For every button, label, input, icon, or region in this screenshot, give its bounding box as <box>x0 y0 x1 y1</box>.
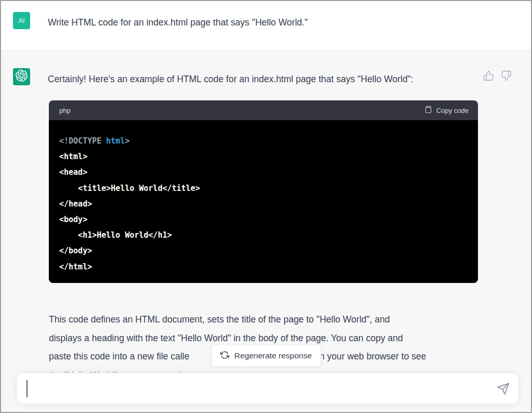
code-language-label: php <box>59 107 71 114</box>
thumbs-down-button[interactable] <box>501 70 512 81</box>
prompt-composer <box>17 373 518 404</box>
code-line: <body> <box>59 212 468 227</box>
thumbs-down-icon <box>501 75 512 83</box>
copy-code-button[interactable]: Copy code <box>424 105 469 115</box>
user-message-text: Write HTML code for an index.html page t… <box>48 16 500 29</box>
user-avatar: AI <box>13 12 30 29</box>
code-line: </html> <box>59 259 468 275</box>
code-line: </body> <box>59 243 468 259</box>
prompt-input[interactable] <box>26 380 487 397</box>
thumbs-up-icon <box>483 75 494 83</box>
assistant-avatar <box>13 68 30 85</box>
code-line: <!DOCTYPE html> <box>59 133 468 149</box>
code-block: php Copy code <!DOCTYPE html><html><head… <box>49 100 478 283</box>
copy-code-label: Copy code <box>436 107 469 114</box>
openai-logo-icon <box>16 70 28 84</box>
code-line: <head> <box>59 164 468 180</box>
user-message-row: AI Write HTML code for an index.html pag… <box>1 1 531 51</box>
code-line: <h1>Hello World</h1> <box>59 227 468 243</box>
explanation-line-1: This code defines an HTML document, sets… <box>49 311 480 329</box>
assistant-message-row: Certainly! Here's an example of HTML cod… <box>1 51 531 412</box>
assistant-intro-text: Certainly! Here's an example of HTML cod… <box>48 72 469 86</box>
refresh-icon <box>220 351 229 362</box>
regenerate-response-label: Regenerate response <box>234 351 312 360</box>
explanation-line-3-left: paste this code into a new file calle <box>49 347 189 366</box>
thumbs-up-button[interactable] <box>483 70 494 81</box>
paper-plane-icon <box>497 389 510 397</box>
code-line: <html> <box>59 149 468 164</box>
code-line: </head> <box>59 196 468 212</box>
send-button[interactable] <box>496 382 510 396</box>
chat-window: AI Write HTML code for an index.html pag… <box>0 0 532 413</box>
code-content: <!DOCTYPE html><html><head> <title>Hello… <box>49 120 478 283</box>
clipboard-icon <box>424 105 432 115</box>
feedback-buttons <box>483 70 512 81</box>
text-cursor <box>26 380 28 397</box>
explanation-line-3-right: it in your web browser to see <box>310 347 426 366</box>
regenerate-response-button[interactable]: Regenerate response <box>211 345 321 367</box>
code-line: <title>Hello World</title> <box>59 180 468 196</box>
user-avatar-label: AI <box>18 17 24 24</box>
code-block-header: php Copy code <box>49 100 478 120</box>
